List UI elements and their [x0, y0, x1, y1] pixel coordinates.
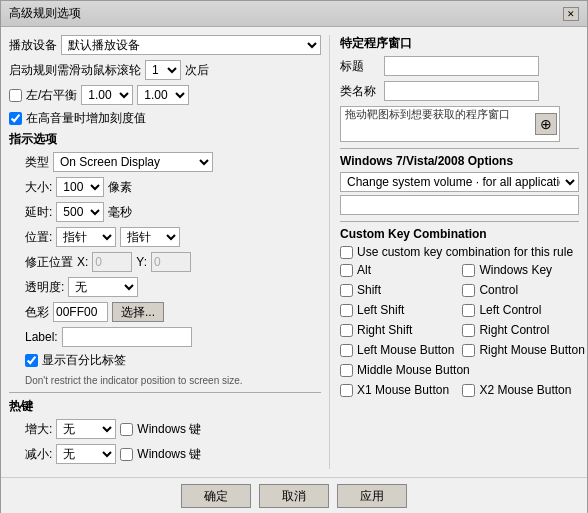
left-control-row: Left Control: [462, 303, 584, 317]
percent-checkbox[interactable]: [25, 354, 38, 367]
classname-label: 类名称: [340, 83, 380, 100]
type-select[interactable]: On Screen Display: [53, 152, 213, 172]
delay-row: 延时: 500 毫秒: [25, 202, 321, 222]
drag-icon[interactable]: ⊕: [535, 113, 557, 135]
playback-label: 播放设备: [9, 37, 57, 54]
offset-x-input[interactable]: [92, 252, 132, 272]
cancel-button[interactable]: 取消: [259, 484, 329, 508]
label-input[interactable]: [62, 327, 192, 347]
delay-label: 延时:: [25, 204, 52, 221]
increase-select[interactable]: 无: [56, 419, 116, 439]
alt-label: Alt: [357, 263, 371, 277]
use-custom-label: Use custom key combination for this rule: [357, 245, 573, 259]
shift-checkbox[interactable]: [340, 284, 353, 297]
x1-mouse-checkbox[interactable]: [340, 384, 353, 397]
pos-h-select[interactable]: 指针: [56, 227, 116, 247]
classname-input[interactable]: [384, 81, 539, 101]
delay-unit: 毫秒: [108, 204, 132, 221]
color-input[interactable]: [53, 302, 108, 322]
scroll-unit: 次后: [185, 62, 209, 79]
playback-row: 播放设备 默认播放设备: [9, 35, 321, 55]
pos-v-select[interactable]: 指针: [120, 227, 180, 247]
scroll-count-select[interactable]: 123: [145, 60, 181, 80]
x1-mouse-label: X1 Mouse Button: [357, 383, 449, 397]
windows-options-select[interactable]: Change system volume · for all applicati…: [340, 172, 579, 192]
color-label: 色彩: [25, 304, 49, 321]
x2-mouse-checkbox[interactable]: [462, 384, 475, 397]
title-input[interactable]: [384, 56, 539, 76]
delay-select[interactable]: 500: [56, 202, 104, 222]
left-control-checkbox[interactable]: [462, 304, 475, 317]
left-mouse-row: Left Mouse Button: [340, 343, 454, 357]
windows-key-checkbox[interactable]: [462, 264, 475, 277]
custom-key-title: Custom Key Combination: [340, 227, 579, 241]
control-checkbox[interactable]: [462, 284, 475, 297]
balance-r-select[interactable]: 1.00: [137, 85, 189, 105]
middle-mouse-checkbox[interactable]: [340, 364, 353, 377]
windows-key-label: Windows Key: [479, 263, 552, 277]
x2-mouse-label: X2 Mouse Button: [479, 383, 571, 397]
increase-label: 增大:: [25, 421, 52, 438]
size-select[interactable]: 100: [56, 177, 104, 197]
scroll-label: 启动规则需滑动鼠标滚轮: [9, 62, 141, 79]
right-control-row: Right Control: [462, 323, 584, 337]
size-row: 大小: 100 像素: [25, 177, 321, 197]
label-row: Label:: [25, 327, 321, 347]
increase-win-label: Windows 键: [137, 421, 201, 438]
offset-x-label: X:: [77, 255, 88, 269]
increase-win-checkbox[interactable]: [120, 423, 133, 436]
use-custom-checkbox[interactable]: [340, 246, 353, 259]
specific-window-section: 特定程序窗口 标题 类名称 拖动靶图标到想要获取的程序窗口 ⊕: [340, 35, 579, 142]
offset-y-label: Y:: [136, 255, 147, 269]
left-mouse-checkbox[interactable]: [340, 344, 353, 357]
left-shift-label: Left Shift: [357, 303, 404, 317]
left-mouse-label: Left Mouse Button: [357, 343, 454, 357]
decrease-row: 减小: 无 Windows 键: [25, 444, 321, 464]
scroll-row: 启动规则需滑动鼠标滚轮 123 次后: [9, 60, 321, 80]
title-bar: 高级规则选项 ✕: [1, 1, 587, 27]
decrease-label: 减小:: [25, 446, 52, 463]
decrease-win-checkbox[interactable]: [120, 448, 133, 461]
classname-row: 类名称: [340, 81, 579, 101]
hotkey-section: 热键 增大: 无 Windows 键 减小: 无 Windows 键: [9, 398, 321, 464]
windows-options-input[interactable]: [340, 195, 579, 215]
size-label: 大小:: [25, 179, 52, 196]
pos-label: 位置:: [25, 229, 52, 246]
ok-button[interactable]: 确定: [181, 484, 251, 508]
playback-select[interactable]: 默认播放设备: [61, 35, 321, 55]
opacity-select[interactable]: 无: [68, 277, 138, 297]
use-custom-row: Use custom key combination for this rule: [340, 245, 579, 259]
x1-mouse-row: X1 Mouse Button: [340, 383, 454, 397]
drag-area: 拖动靶图标到想要获取的程序窗口 ⊕: [340, 106, 560, 142]
middle-mouse-label: Middle Mouse Button: [357, 363, 470, 377]
restrict-text-row: Don't restrict the indicator position to…: [25, 373, 321, 387]
alt-checkbox[interactable]: [340, 264, 353, 277]
left-shift-checkbox[interactable]: [340, 304, 353, 317]
offset-row: 修正位置 X: Y:: [25, 252, 321, 272]
right-shift-checkbox[interactable]: [340, 324, 353, 337]
decrease-select[interactable]: 无: [56, 444, 116, 464]
increase-row: 增大: 无 Windows 键: [25, 419, 321, 439]
color-row: 色彩 选择...: [25, 302, 321, 322]
decrease-win-label: Windows 键: [137, 446, 201, 463]
close-button[interactable]: ✕: [563, 7, 579, 21]
indicator-section: 指示选项 类型 On Screen Display 大小: 100 像素: [9, 131, 321, 387]
offset-y-input[interactable]: [151, 252, 191, 272]
balance-checkbox[interactable]: [9, 89, 22, 102]
offset-label: 修正位置: [25, 254, 73, 271]
hotkey-section-title: 热键: [9, 398, 321, 415]
right-control-checkbox[interactable]: [462, 324, 475, 337]
bottom-bar: 确定 取消 应用: [1, 477, 587, 513]
gain-row: 在高音量时增加刻度值: [9, 110, 321, 127]
pos-row: 位置: 指针 指针: [25, 227, 321, 247]
balance-l-select[interactable]: 1.00: [81, 85, 133, 105]
type-label: 类型: [25, 154, 49, 171]
right-mouse-checkbox[interactable]: [462, 344, 475, 357]
apply-button[interactable]: 应用: [337, 484, 407, 508]
gain-checkbox[interactable]: [9, 112, 22, 125]
custom-key-grid: Alt Windows Key Shift Control: [340, 263, 579, 401]
right-control-label: Right Control: [479, 323, 549, 337]
opacity-row: 透明度: 无: [25, 277, 321, 297]
color-pick-button[interactable]: 选择...: [112, 302, 164, 322]
gain-label: 在高音量时增加刻度值: [26, 110, 146, 127]
